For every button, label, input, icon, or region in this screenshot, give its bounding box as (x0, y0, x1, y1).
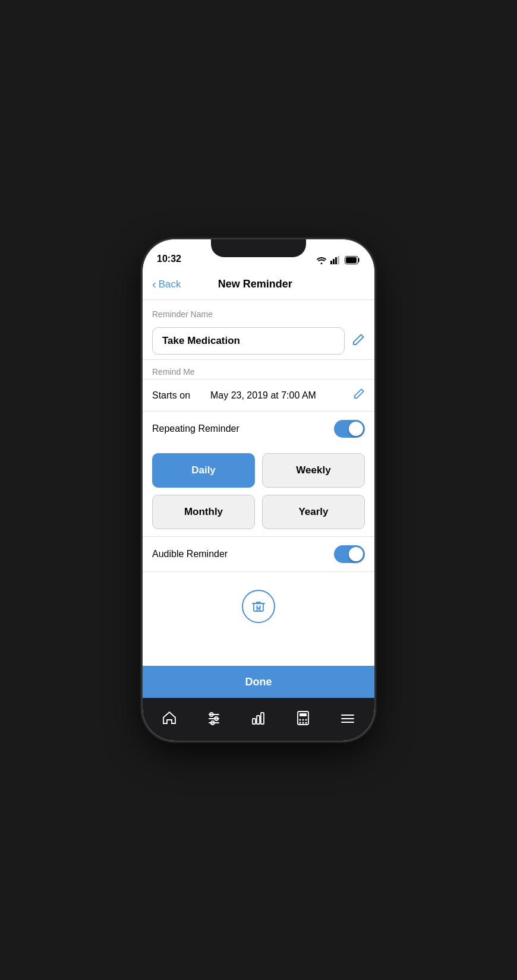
nav-bar: ‹ Back New Reminder (143, 269, 374, 300)
phone-frame: 10:32 (143, 239, 374, 741)
tab-calculator[interactable] (280, 706, 325, 733)
done-button[interactable]: Done (143, 666, 374, 698)
back-chevron-icon: ‹ (152, 277, 156, 291)
status-icons (316, 256, 360, 264)
svg-rect-17 (300, 713, 307, 716)
freq-weekly-button[interactable]: Weekly (262, 453, 365, 488)
tab-home[interactable] (147, 706, 192, 733)
starts-on-value: May 23, 2019 at 7:00 AM (210, 390, 348, 401)
main-content: Reminder Name Remind Me Starts on May 23… (143, 300, 374, 666)
svg-rect-0 (330, 261, 332, 264)
delete-button[interactable] (242, 590, 275, 623)
wifi-icon (316, 256, 327, 264)
starts-on-edit-button[interactable] (353, 388, 365, 403)
audible-label: Audible Reminder (152, 549, 228, 559)
svg-rect-14 (257, 716, 260, 724)
screen: 10:32 (143, 239, 374, 741)
svg-rect-6 (254, 603, 263, 611)
svg-rect-15 (261, 713, 264, 724)
starts-on-row: Starts on May 23, 2019 at 7:00 AM (143, 380, 374, 411)
freq-monthly-button[interactable]: Monthly (152, 495, 255, 529)
svg-rect-3 (338, 256, 339, 264)
svg-point-22 (302, 722, 304, 724)
svg-point-20 (305, 719, 307, 721)
svg-rect-5 (346, 257, 357, 263)
calculator-icon (295, 710, 311, 728)
svg-point-23 (305, 722, 307, 724)
repeating-toggle[interactable] (334, 420, 365, 438)
menu-icon (340, 710, 355, 728)
status-time: 10:32 (157, 254, 181, 264)
svg-point-21 (299, 722, 301, 724)
home-icon (162, 710, 177, 728)
starts-on-label: Starts on (152, 390, 206, 401)
svg-rect-2 (335, 257, 337, 264)
reminder-name-input[interactable] (152, 327, 345, 355)
reminder-name-edit-button[interactable] (352, 333, 365, 349)
svg-rect-13 (253, 719, 256, 724)
nav-title: New Reminder (181, 278, 329, 290)
notch (211, 239, 306, 257)
freq-yearly-button[interactable]: Yearly (262, 495, 365, 529)
tab-menu[interactable] (325, 706, 370, 733)
done-label: Done (245, 676, 272, 688)
signal-icon (330, 256, 341, 264)
sliders-icon (206, 710, 222, 728)
bar-chart-icon (251, 710, 266, 728)
audible-reminder-row: Audible Reminder (143, 537, 374, 571)
back-button[interactable]: ‹ Back (152, 277, 181, 291)
remind-me-label: Remind Me (143, 360, 374, 379)
svg-point-18 (299, 719, 301, 721)
repeating-label: Repeating Reminder (152, 423, 239, 434)
tab-bar (143, 698, 374, 741)
delete-area (143, 572, 374, 635)
tab-chart[interactable] (237, 706, 281, 733)
frequency-grid: Daily Weekly Monthly Yearly (143, 446, 374, 536)
repeating-reminder-row: Repeating Reminder (143, 412, 374, 446)
audible-toggle-knob (349, 547, 363, 561)
tab-settings[interactable] (192, 706, 237, 733)
reminder-name-row (143, 323, 374, 359)
audible-toggle[interactable] (334, 545, 365, 563)
battery-icon (345, 256, 360, 264)
freq-daily-button[interactable]: Daily (152, 453, 255, 488)
svg-point-19 (302, 719, 304, 721)
svg-rect-1 (333, 259, 335, 264)
reminder-name-section-label: Reminder Name (143, 300, 374, 323)
back-label: Back (159, 279, 181, 290)
toggle-knob (349, 422, 363, 436)
